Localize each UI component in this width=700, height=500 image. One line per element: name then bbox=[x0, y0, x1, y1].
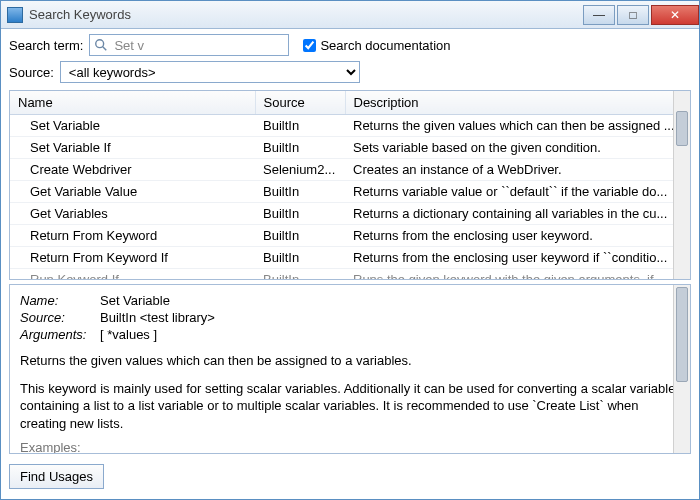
detail-source: BuiltIn <test library> bbox=[100, 310, 215, 325]
cell-description: Returns the given values which can then … bbox=[345, 115, 690, 137]
cell-name: Set Variable bbox=[10, 115, 255, 137]
title-bar: Search Keywords — □ ✕ bbox=[1, 1, 699, 29]
col-name[interactable]: Name bbox=[10, 91, 255, 115]
detail-name-label: Name: bbox=[20, 293, 100, 308]
cell-description: Sets variable based on the given conditi… bbox=[345, 137, 690, 159]
cell-name: Create Webdriver bbox=[10, 159, 255, 181]
cell-name: Get Variable Value bbox=[10, 181, 255, 203]
table-row[interactable]: Return From KeywordBuiltInReturns from t… bbox=[10, 225, 690, 247]
table-scrollbar[interactable] bbox=[673, 91, 690, 279]
search-row: Search term: Search documentation bbox=[1, 29, 699, 61]
cell-description: Returns variable value or ``default`` if… bbox=[345, 181, 690, 203]
detail-pane: Name:Set Variable Source:BuiltIn <test l… bbox=[9, 284, 691, 454]
col-description[interactable]: Description bbox=[345, 91, 690, 115]
search-docs-check[interactable] bbox=[303, 39, 316, 52]
table-row[interactable]: Set Variable IfBuiltInSets variable base… bbox=[10, 137, 690, 159]
cell-name: Set Variable If bbox=[10, 137, 255, 159]
app-icon bbox=[7, 7, 23, 23]
close-button[interactable]: ✕ bbox=[651, 5, 699, 25]
detail-paragraph: This keyword is mainly used for setting … bbox=[20, 380, 676, 433]
cell-name: Get Variables bbox=[10, 203, 255, 225]
table-row[interactable]: Set VariableBuiltInReturns the given val… bbox=[10, 115, 690, 137]
cell-source: BuiltIn bbox=[255, 247, 345, 269]
footer: Find Usages bbox=[1, 458, 699, 495]
cell-source: BuiltIn bbox=[255, 225, 345, 247]
search-docs-label: Search documentation bbox=[320, 38, 450, 53]
source-row: Source: <all keywords> bbox=[1, 61, 699, 88]
table-row[interactable]: Get Variable ValueBuiltInReturns variabl… bbox=[10, 181, 690, 203]
window-title: Search Keywords bbox=[29, 7, 581, 22]
search-icon bbox=[94, 38, 108, 52]
maximize-button[interactable]: □ bbox=[617, 5, 649, 25]
cell-source: BuiltIn bbox=[255, 269, 345, 280]
svg-line-1 bbox=[103, 47, 107, 51]
window-buttons: — □ ✕ bbox=[581, 5, 699, 25]
cell-source: BuiltIn bbox=[255, 137, 345, 159]
cell-name: Run Keyword If bbox=[10, 269, 255, 280]
search-docs-checkbox[interactable]: Search documentation bbox=[299, 36, 450, 55]
detail-scrollbar[interactable] bbox=[673, 285, 690, 453]
detail-source-label: Source: bbox=[20, 310, 100, 325]
detail-examples-label: Examples: bbox=[20, 440, 680, 454]
content-area: Search term: Search documentation Source… bbox=[1, 29, 699, 500]
detail-args-label: Arguments: bbox=[20, 327, 100, 342]
source-select[interactable]: <all keywords> bbox=[60, 61, 360, 83]
cell-description: Returns from the enclosing user keyword. bbox=[345, 225, 690, 247]
cell-name: Return From Keyword bbox=[10, 225, 255, 247]
search-label: Search term: bbox=[9, 38, 83, 53]
cell-description: Creates an instance of a WebDriver. bbox=[345, 159, 690, 181]
detail-args: [ *values ] bbox=[100, 327, 157, 342]
table-row[interactable]: Get VariablesBuiltInReturns a dictionary… bbox=[10, 203, 690, 225]
search-box[interactable] bbox=[89, 34, 289, 56]
cell-source: BuiltIn bbox=[255, 203, 345, 225]
cell-source: Selenium2... bbox=[255, 159, 345, 181]
source-label: Source: bbox=[9, 65, 54, 80]
minimize-button[interactable]: — bbox=[583, 5, 615, 25]
table-header-row: Name Source Description bbox=[10, 91, 690, 115]
detail-name: Set Variable bbox=[100, 293, 170, 308]
cell-description: Returns a dictionary containing all vari… bbox=[345, 203, 690, 225]
table-row[interactable]: Create WebdriverSelenium2...Creates an i… bbox=[10, 159, 690, 181]
scrollbar-thumb[interactable] bbox=[676, 111, 688, 146]
detail-paragraph: Returns the given values which can then … bbox=[20, 352, 676, 370]
scrollbar-thumb[interactable] bbox=[676, 287, 688, 382]
svg-point-0 bbox=[96, 40, 104, 48]
find-usages-button[interactable]: Find Usages bbox=[9, 464, 104, 489]
results-table: Name Source Description Set VariableBuil… bbox=[9, 90, 691, 280]
cell-name: Return From Keyword If bbox=[10, 247, 255, 269]
cell-description: Runs the given keyword with the given ar… bbox=[345, 269, 690, 280]
table-row[interactable]: Return From Keyword IfBuiltInReturns fro… bbox=[10, 247, 690, 269]
col-source[interactable]: Source bbox=[255, 91, 345, 115]
table-row[interactable]: Run Keyword IfBuiltInRuns the given keyw… bbox=[10, 269, 690, 280]
search-input[interactable] bbox=[112, 37, 284, 54]
cell-source: BuiltIn bbox=[255, 115, 345, 137]
cell-description: Returns from the enclosing user keyword … bbox=[345, 247, 690, 269]
cell-source: BuiltIn bbox=[255, 181, 345, 203]
